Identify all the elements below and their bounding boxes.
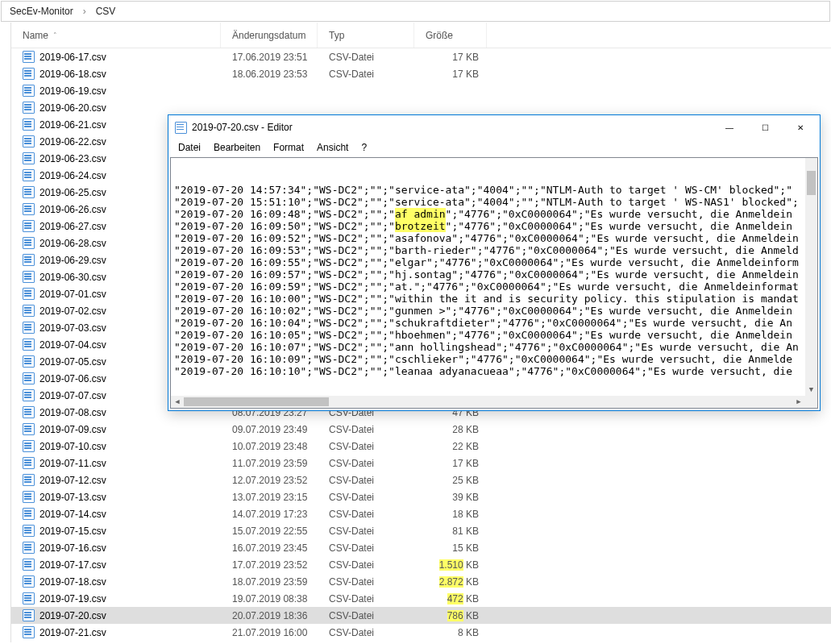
file-row[interactable]: 2019-07-18.csv18.07.2019 23:59CSV-Datei2… [11, 573, 831, 590]
file-name: 2019-06-28.csv [39, 238, 106, 249]
left-scrollbar[interactable] [0, 23, 11, 642]
scroll-down-icon[interactable]: ▼ [805, 383, 817, 396]
file-name-cell[interactable]: 2019-07-20.csv [11, 609, 221, 621]
column-type[interactable]: Typ [318, 23, 414, 48]
minimize-button[interactable]: — [712, 116, 747, 139]
file-row[interactable]: 2019-07-12.csv12.07.2019 23:52CSV-Datei2… [11, 472, 831, 488]
file-icon [23, 559, 35, 571]
file-date: 18.06.2019 23:53 [221, 69, 318, 80]
scroll-left-icon[interactable]: ◀ [171, 396, 184, 408]
file-date: 12.07.2019 23:52 [221, 475, 318, 486]
file-type: CSV-Datei [318, 441, 414, 452]
file-row[interactable]: 2019-07-13.csv13.07.2019 23:15CSV-Datei3… [11, 488, 831, 505]
editor-line: "2019-07-20 16:09:59";"WS-DC2";"";"at.";… [174, 280, 814, 293]
file-icon [23, 355, 35, 368]
file-type: CSV-Datei [318, 576, 414, 588]
file-name-cell[interactable]: 2019-06-18.csv [11, 68, 221, 80]
file-name-cell[interactable]: 2019-07-11.csv [11, 457, 221, 469]
vertical-scrollbar[interactable]: ▲ ▼ [805, 158, 817, 396]
file-row[interactable]: 2019-07-15.csv15.07.2019 22:55CSV-Datei8… [11, 522, 831, 539]
file-icon [23, 203, 35, 215]
file-row[interactable]: 2019-07-20.csv20.07.2019 18:36CSV-Datei7… [11, 607, 831, 624]
file-name-cell[interactable]: 2019-07-21.csv [11, 626, 221, 638]
editor-line: "2019-07-20 16:09:57";"WS-DC2";"";"hj.so… [174, 268, 814, 280]
editor-line: "2019-07-20 15:51:10";"WS-DC2";"";"servi… [174, 196, 814, 208]
menu-help[interactable]: ? [355, 140, 373, 155]
maximize-button[interactable]: ☐ [747, 116, 783, 139]
file-name-cell[interactable]: 2019-06-19.csv [11, 85, 221, 97]
file-name: 2019-06-21.csv [39, 119, 106, 131]
file-name-cell[interactable]: 2019-06-17.csv [11, 51, 221, 63]
menu-view[interactable]: Ansicht [310, 140, 355, 155]
file-name-cell[interactable]: 2019-07-10.csv [11, 440, 221, 452]
scroll-right-icon[interactable]: ▶ [792, 396, 805, 408]
file-row[interactable]: 2019-07-14.csv14.07.2019 17:23CSV-Datei1… [11, 505, 831, 522]
column-size[interactable]: Größe [414, 23, 487, 48]
breadcrumb-seg-1[interactable]: SecEv-Monitor [5, 6, 78, 17]
close-button[interactable]: ✕ [783, 116, 818, 139]
file-name-cell[interactable]: 2019-07-17.csv [11, 559, 221, 571]
file-date: 17.06.2019 23:51 [221, 52, 318, 63]
editor-line: "2019-07-20 16:09:48";"WS-DC2";"";"af ad… [174, 208, 814, 220]
highlighted-text: brotzeit [395, 220, 446, 232]
menu-format[interactable]: Format [267, 140, 310, 155]
file-type: CSV-Datei [318, 627, 414, 638]
file-row[interactable]: 2019-07-09.csv09.07.2019 23:49CSV-Datei2… [11, 421, 831, 438]
column-headers[interactable]: Name ˄ Änderungsdatum Typ Größe [11, 23, 831, 48]
file-name: 2019-07-07.csv [39, 390, 106, 401]
file-row[interactable]: 2019-07-11.csv11.07.2019 23:59CSV-Datei1… [11, 455, 831, 472]
file-name-cell[interactable]: 2019-07-12.csv [11, 474, 221, 486]
file-name-cell[interactable]: 2019-07-15.csv [11, 525, 221, 537]
breadcrumb-seg-2[interactable]: CSV [91, 6, 121, 17]
file-row[interactable]: 2019-06-20.csv [11, 99, 831, 116]
file-row[interactable]: 2019-06-19.csv [11, 82, 831, 99]
file-size: 25 KB [414, 475, 487, 486]
file-row[interactable]: 2019-07-10.csv10.07.2019 23:48CSV-Datei2… [11, 438, 831, 455]
file-name: 2019-07-10.csv [39, 441, 106, 452]
file-name-cell[interactable]: 2019-07-14.csv [11, 508, 221, 520]
editor-window: 2019-07-20.csv - Editor — ☐ ✕ Datei Bear… [168, 114, 821, 411]
column-name[interactable]: Name ˄ [11, 23, 221, 48]
file-name: 2019-06-29.csv [39, 255, 106, 266]
file-name: 2019-07-19.csv [39, 593, 106, 605]
file-type: CSV-Datei [318, 424, 414, 435]
file-size: 18 KB [414, 509, 487, 520]
file-date: 14.07.2019 17:23 [221, 509, 318, 520]
file-name-cell[interactable]: 2019-07-09.csv [11, 423, 221, 435]
menu-file[interactable]: Datei [172, 140, 207, 155]
file-date: 11.07.2019 23:59 [221, 458, 318, 469]
file-row[interactable]: 2019-07-21.csv21.07.2019 16:00CSV-Datei8… [11, 624, 831, 641]
menu-bar: Datei Bearbeiten Format Ansicht ? [168, 139, 820, 156]
scroll-thumb[interactable] [807, 171, 816, 195]
breadcrumb[interactable]: SecEv-Monitor › CSV [1, 1, 830, 22]
file-name: 2019-07-06.csv [39, 373, 106, 384]
file-name: 2019-07-09.csv [39, 424, 106, 435]
title-bar[interactable]: 2019-07-20.csv - Editor — ☐ ✕ [168, 115, 820, 139]
file-name-cell[interactable]: 2019-06-20.csv [11, 102, 221, 114]
file-icon [23, 474, 35, 486]
menu-edit[interactable]: Bearbeiten [207, 140, 267, 155]
file-icon [23, 423, 35, 435]
file-size: 17 KB [414, 458, 487, 469]
editor-content[interactable]: "2019-07-20 14:57:34";"WS-DC2";"";"servi… [170, 157, 818, 409]
file-size: 17 KB [414, 52, 487, 63]
file-name: 2019-06-20.csv [39, 102, 106, 114]
file-name-cell[interactable]: 2019-07-18.csv [11, 575, 221, 588]
column-date[interactable]: Änderungsdatum [221, 23, 318, 48]
file-row[interactable]: 2019-06-18.csv18.06.2019 23:53CSV-Datei1… [11, 65, 831, 82]
file-name: 2019-06-24.csv [39, 170, 106, 181]
scroll-corner [805, 396, 817, 408]
file-icon [23, 457, 35, 469]
file-size: 472 KB [414, 593, 487, 605]
file-row[interactable]: 2019-06-17.csv17.06.2019 23:51CSV-Datei1… [11, 48, 831, 65]
horizontal-scrollbar[interactable]: ◀ ▶ [171, 396, 805, 408]
file-row[interactable]: 2019-07-16.csv16.07.2019 23:45CSV-Datei1… [11, 539, 831, 556]
scroll-thumb-h[interactable] [184, 397, 329, 406]
file-name: 2019-07-05.csv [39, 356, 106, 368]
file-row[interactable]: 2019-07-17.csv17.07.2019 23:52CSV-Datei1… [11, 556, 831, 573]
file-name-cell[interactable]: 2019-07-13.csv [11, 491, 221, 503]
file-name-cell[interactable]: 2019-07-16.csv [11, 542, 221, 554]
file-row[interactable]: 2019-07-19.csv19.07.2019 08:38CSV-Datei4… [11, 590, 831, 607]
file-icon [23, 389, 35, 401]
file-name-cell[interactable]: 2019-07-19.csv [11, 592, 221, 605]
